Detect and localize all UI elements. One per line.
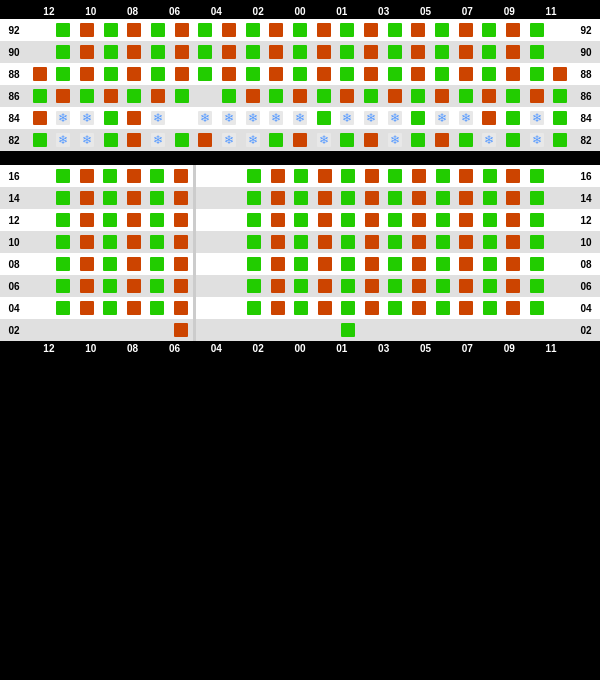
seat[interactable] [247, 235, 261, 249]
seat[interactable] [271, 191, 285, 205]
seat[interactable] [553, 133, 567, 147]
seat[interactable] [294, 213, 308, 227]
seat[interactable] [150, 279, 164, 293]
seat[interactable] [506, 191, 520, 205]
seat[interactable] [269, 133, 283, 147]
seat[interactable] [506, 213, 520, 227]
seat[interactable] [388, 45, 402, 59]
seat[interactable] [175, 45, 189, 59]
seat[interactable] [294, 279, 308, 293]
seat[interactable] [530, 301, 544, 315]
seat[interactable] [530, 323, 544, 337]
seat[interactable] [127, 235, 141, 249]
seat[interactable] [530, 257, 544, 271]
seat[interactable] [151, 67, 165, 81]
seat[interactable] [246, 23, 260, 37]
seat[interactable] [224, 169, 238, 183]
seat[interactable] [411, 89, 425, 103]
seat[interactable] [411, 111, 425, 125]
seat[interactable] [175, 133, 189, 147]
seat[interactable] [388, 89, 402, 103]
seat[interactable] [364, 45, 378, 59]
seat[interactable]: ❄ [151, 133, 165, 147]
seat[interactable] [127, 169, 141, 183]
seat[interactable] [224, 213, 238, 227]
seat[interactable]: ❄ [435, 111, 449, 125]
seat[interactable] [530, 89, 544, 103]
seat[interactable] [247, 213, 261, 227]
seat[interactable] [269, 23, 283, 37]
seat[interactable] [506, 23, 520, 37]
seat[interactable] [459, 279, 473, 293]
seat[interactable] [340, 23, 354, 37]
seat[interactable] [150, 235, 164, 249]
seat[interactable] [269, 67, 283, 81]
seat[interactable] [341, 191, 355, 205]
seat[interactable] [104, 67, 118, 81]
seat[interactable] [506, 89, 520, 103]
seat[interactable] [483, 323, 497, 337]
seat[interactable] [150, 191, 164, 205]
seat[interactable] [80, 67, 94, 81]
seat[interactable] [150, 323, 164, 337]
seat[interactable] [341, 301, 355, 315]
seat[interactable] [104, 89, 118, 103]
seat[interactable] [198, 133, 212, 147]
seat[interactable] [103, 257, 117, 271]
seat[interactable] [340, 67, 354, 81]
seat[interactable]: ❄ [80, 111, 94, 125]
seat[interactable] [530, 67, 544, 81]
seat[interactable]: ❄ [317, 133, 331, 147]
seat[interactable] [174, 323, 188, 337]
seat[interactable] [80, 23, 94, 37]
seat[interactable] [388, 235, 402, 249]
seat[interactable] [80, 191, 94, 205]
seat[interactable] [365, 235, 379, 249]
seat[interactable] [340, 45, 354, 59]
seat[interactable] [294, 257, 308, 271]
seat[interactable] [318, 213, 332, 227]
seat[interactable] [411, 23, 425, 37]
seat[interactable] [224, 257, 238, 271]
seat[interactable] [483, 301, 497, 315]
seat[interactable] [365, 301, 379, 315]
seat[interactable] [271, 169, 285, 183]
seat[interactable] [198, 89, 212, 103]
seat[interactable] [388, 279, 402, 293]
seat[interactable] [341, 169, 355, 183]
seat[interactable] [459, 213, 473, 227]
seat[interactable] [459, 257, 473, 271]
seat[interactable] [436, 191, 450, 205]
seat[interactable] [33, 89, 47, 103]
seat[interactable] [80, 323, 94, 337]
seat[interactable]: ❄ [269, 111, 283, 125]
seat[interactable] [56, 323, 70, 337]
seat[interactable] [200, 235, 214, 249]
seat[interactable] [224, 235, 238, 249]
seat[interactable] [482, 89, 496, 103]
seat[interactable] [200, 213, 214, 227]
seat[interactable] [341, 257, 355, 271]
seat[interactable] [388, 257, 402, 271]
seat[interactable]: ❄ [56, 133, 70, 147]
seat[interactable] [33, 45, 47, 59]
seat[interactable] [224, 323, 238, 337]
seat[interactable] [530, 191, 544, 205]
seat[interactable] [506, 111, 520, 125]
seat[interactable]: ❄ [388, 133, 402, 147]
seat[interactable] [80, 89, 94, 103]
seat[interactable] [198, 23, 212, 37]
seat[interactable] [150, 301, 164, 315]
seat[interactable] [506, 235, 520, 249]
seat[interactable] [56, 89, 70, 103]
seat[interactable] [553, 23, 567, 37]
seat[interactable] [365, 213, 379, 227]
seat[interactable] [294, 235, 308, 249]
seat[interactable] [103, 169, 117, 183]
seat[interactable] [103, 279, 117, 293]
seat[interactable] [341, 213, 355, 227]
seat[interactable] [222, 45, 236, 59]
seat[interactable] [412, 279, 426, 293]
seat[interactable] [530, 169, 544, 183]
seat[interactable]: ❄ [293, 111, 307, 125]
